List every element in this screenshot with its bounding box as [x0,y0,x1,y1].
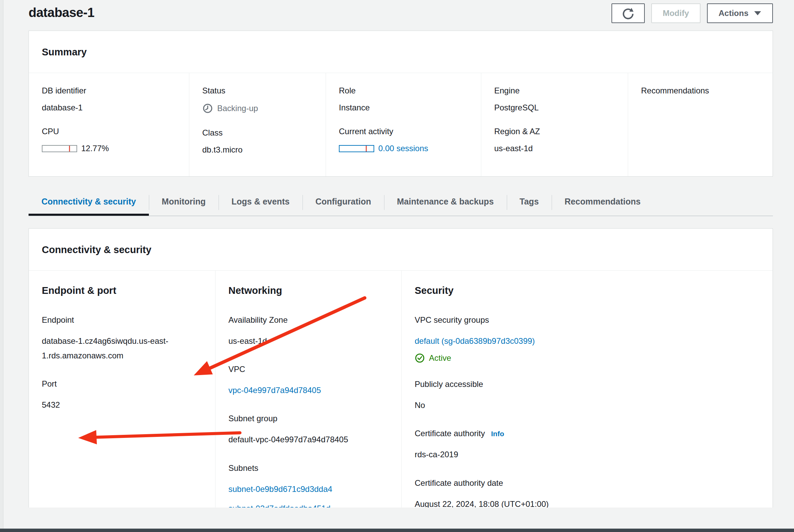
engine-value: PostgreSQL [494,103,615,112]
tab-monitoring[interactable]: Monitoring [149,188,219,216]
availability-zone-value: us-east-1d [228,334,389,348]
actions-button-label: Actions [719,8,748,18]
connectivity-panel-header: Connectivity & security [29,229,773,270]
certificate-authority-label: Certificate authority [415,429,485,438]
port-label: Port [42,379,202,389]
tab-configuration[interactable]: Configuration [303,188,384,216]
subnets-label: Subnets [228,463,389,473]
certificate-authority-info-link[interactable]: Info [491,430,504,438]
certificate-authority-date-label: Certificate authority date [415,478,760,488]
cpu-value: 12.77% [81,144,109,153]
engine-label: Engine [494,86,615,95]
tab-tags[interactable]: Tags [507,188,552,216]
summary-col-recommendations: Recommendations [628,73,773,176]
page-header: database-1 Modify Actions [0,0,794,23]
vpc-label: VPC [228,365,389,374]
refresh-button[interactable] [611,3,645,23]
region-az-label: Region & AZ [494,127,615,136]
certificate-authority-value: rds-ca-2019 [415,447,760,462]
publicly-accessible-label: Publicly accessible [415,379,760,389]
security-section: Security VPC security groups default (sg… [401,271,773,508]
check-circle-icon [415,353,425,363]
status-label: Status [202,86,313,95]
tab-logs-events[interactable]: Logs & events [219,188,303,216]
connectivity-security-panel: Connectivity & security Endpoint & port … [29,228,773,508]
activity-meter-tick [366,146,367,152]
db-identifier-value: database-1 [42,103,176,112]
status-value: Backing-up [217,104,258,113]
role-value: Instance [339,103,468,112]
networking-section: Networking Availability Zone us-east-1d … [215,271,401,508]
current-activity-label: Current activity [339,127,468,136]
detail-tabs: Connectivity & security Monitoring Logs … [29,188,773,216]
db-identifier-label: DB identifier [42,86,176,95]
summary-col-identifier: DB identifier database-1 CPU 12.77% [29,73,189,176]
subnet-link-1[interactable]: subnet-0e9b9d671c9d3dda4 [228,482,389,496]
class-value: db.t3.micro [202,145,313,155]
security-group-link[interactable]: default (sg-0da6389b97d3c0399) [415,336,535,345]
window-bottom-edge [0,529,794,532]
endpoint-value: database-1.cz4ag6siwqdu.us-east-1.rds.am… [42,334,175,363]
tab-connectivity-security[interactable]: Connectivity & security [29,188,149,216]
summary-panel: Summary DB identifier database-1 CPU 12.… [29,31,773,177]
cpu-label: CPU [42,127,176,136]
modify-button-label: Modify [663,8,689,18]
summary-col-status: Status Backing-up Class db.t3.micro [189,73,326,176]
subnet-link-2[interactable]: subnet-03d7edfdaedba451d [228,501,389,508]
summary-title: Summary [42,47,760,58]
cpu-meter [42,145,77,152]
connectivity-title: Connectivity & security [42,244,760,255]
activity-meter [339,145,374,152]
summary-col-role: Role Instance Current activity 0.00 sess… [326,73,481,176]
endpoint-port-title: Endpoint & port [42,285,202,296]
subnet-group-label: Subnet group [228,414,389,423]
clock-icon [202,103,213,114]
page-title: database-1 [29,5,94,20]
recommendations-label: Recommendations [641,86,760,95]
activity-sessions-link[interactable]: 0.00 sessions [378,144,428,153]
vpc-link[interactable]: vpc-04e997d7a94d78405 [228,386,321,395]
summary-grid: DB identifier database-1 CPU 12.77% Stat… [29,73,773,176]
header-actions: Modify Actions [611,3,773,23]
certificate-authority-date-value: August 22, 2024, 18:08 (UTC+01:00) [415,497,760,508]
publicly-accessible-value: No [415,398,760,412]
tab-maintenance-backups[interactable]: Maintenance & backups [384,188,507,216]
security-title: Security [415,285,760,296]
caret-down-icon [754,11,761,16]
availability-zone-label: Availability Zone [228,315,389,325]
connectivity-grid: Endpoint & port Endpoint database-1.cz4a… [29,270,773,508]
role-label: Role [339,86,468,95]
window-left-edge [0,0,3,532]
endpoint-port-section: Endpoint & port Endpoint database-1.cz4a… [29,271,215,508]
summary-col-engine: Engine PostgreSQL Region & AZ us-east-1d [481,73,628,176]
port-value: 5432 [42,397,202,412]
cpu-meter-tick [69,146,70,152]
summary-panel-header: Summary [29,31,773,73]
modify-button[interactable]: Modify [651,3,701,23]
vpc-security-groups-label: VPC security groups [415,315,760,325]
region-az-value: us-east-1d [494,144,615,153]
class-label: Class [202,128,313,138]
refresh-icon [621,6,636,21]
subnet-group-value: default-vpc-04e997d7a94d78405 [228,432,389,447]
actions-button[interactable]: Actions [707,3,773,23]
networking-title: Networking [228,285,389,296]
tab-recommendations[interactable]: Recommendations [552,188,654,216]
endpoint-label: Endpoint [42,315,202,325]
security-group-status: Active [429,353,451,363]
